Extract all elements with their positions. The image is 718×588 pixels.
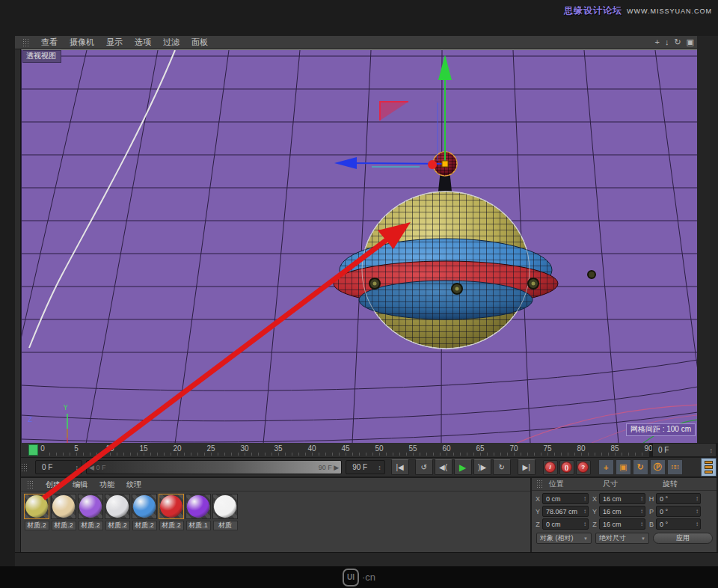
timeline-tick-label: 5 — [74, 444, 79, 453]
material-swatch[interactable]: 材质.1 — [185, 494, 211, 530]
timeline-tick-label: 55 — [408, 444, 417, 453]
spinner-icon[interactable]: ↕ — [710, 447, 714, 454]
menu-display[interactable]: 显示 — [106, 37, 123, 48]
key-parameter-toggle[interactable]: Ⓟ — [650, 459, 666, 475]
mat-menu-create[interactable]: 创建 — [46, 480, 61, 490]
rotation-p-field[interactable]: 0 °↕ — [656, 506, 701, 517]
material-swatch[interactable]: 材质.2 — [105, 494, 130, 530]
mat-menu-function[interactable]: 功能 — [99, 480, 114, 490]
window-bottom-strip — [15, 552, 718, 566]
menu-view[interactable]: 查看 — [41, 37, 58, 48]
timeline-tick-label: 25 — [206, 444, 215, 453]
svg-text:Z: Z — [28, 416, 32, 423]
key-rotation-toggle[interactable]: ↻ — [633, 459, 648, 475]
apply-button[interactable]: 应用 — [653, 533, 713, 544]
timeline-tick-label: 65 — [476, 444, 484, 453]
frame-field-right[interactable]: 0 F ↕ — [652, 443, 717, 457]
material-swatch[interactable]: 材质.2 — [24, 494, 49, 530]
zoom-view-icon[interactable]: ↓ — [665, 37, 669, 48]
key-scale-toggle[interactable]: ▣ — [616, 459, 631, 475]
pan-view-icon[interactable]: + — [654, 37, 659, 48]
goto-start-button[interactable]: |◀ — [391, 459, 409, 475]
position-z-field[interactable]: 0 cm↕ — [542, 518, 589, 530]
position-header: 位置 — [549, 479, 603, 489]
record-keyframe-button[interactable]: / — [543, 460, 558, 475]
timeline-tick-label: 45 — [341, 444, 349, 453]
play-button[interactable]: ▶ — [454, 459, 472, 475]
prev-key-button[interactable]: ◀( — [435, 459, 452, 475]
material-swatch[interactable]: 材质.2 — [51, 494, 76, 530]
menu-panel[interactable]: 面板 — [191, 37, 208, 48]
material-sphere-icon — [25, 495, 48, 518]
viewport-menu-bar: 查看 摄像机 显示 选项 过滤 面板 — [15, 36, 697, 49]
keyframe-selection-button[interactable] — [701, 458, 717, 477]
size-x-field[interactable]: 16 cm↕ — [599, 493, 645, 504]
material-sphere-icon — [214, 495, 236, 518]
top-watermark-bar: 思缘设计论坛 WWW.MISSYUAN.COM — [0, 0, 718, 22]
material-swatch[interactable]: 材质 — [212, 494, 238, 530]
toggle-view-icon[interactable]: ▣ — [687, 37, 694, 48]
viewport-canvas: Y Z — [22, 50, 697, 443]
spinner-icon[interactable]: ↕ — [75, 464, 79, 471]
key-point-level-toggle[interactable]: ∷∷ — [667, 459, 683, 475]
mat-menu-texture[interactable]: 纹理 — [126, 480, 141, 490]
material-swatch[interactable]: 材质.2 — [159, 494, 184, 530]
timeline-tick-label: 40 — [307, 444, 316, 453]
menu-camera[interactable]: 摄像机 — [70, 37, 94, 48]
watermark-site-url: WWW.MISSYUAN.COM — [627, 7, 712, 15]
animation-toolbar: 0 F ↕ ◀ 0 F 90 F ▶ 90 F ↕ |◀ ↺ ◀( ▶ )▶ ↻… — [21, 458, 717, 477]
timeline-tick-label: 15 — [139, 444, 147, 453]
timeline-tick-label: 90 — [644, 444, 652, 453]
material-sphere-icon — [160, 495, 182, 518]
panel-grip-icon[interactable] — [21, 463, 28, 472]
app-window: 思缘设计论坛 WWW.MISSYUAN.COM 查看 摄像机 显示 选项 过滤 … — [0, 0, 718, 588]
next-key-button[interactable]: )▶ — [473, 459, 491, 475]
menu-filter[interactable]: 过滤 — [163, 37, 180, 48]
position-y-field[interactable]: 78.067 cm↕ — [542, 506, 589, 517]
perspective-viewport[interactable]: 透视视图 网格间距 : 100 cm — [21, 49, 697, 443]
rotate-view-icon[interactable]: ↻ — [674, 37, 681, 48]
timeline-tick-label: 75 — [543, 444, 551, 453]
timeline-ruler[interactable]: 051015202530354045505560657075808590 — [21, 443, 649, 458]
preview-range-slider[interactable]: ◀ 0 F 90 F ▶ — [86, 460, 342, 474]
rotation-h-field[interactable]: 0 °↕ — [656, 493, 701, 504]
key-position-toggle[interactable]: + — [598, 459, 614, 475]
size-mode-dropdown[interactable]: 绝对尺寸▼ — [595, 533, 649, 544]
current-frame-field[interactable]: 0 F ↕ — [35, 460, 82, 474]
current-frame-marker[interactable] — [28, 444, 38, 456]
panel-grip-icon[interactable] — [27, 480, 34, 489]
play-backwards-button[interactable]: ↺ — [415, 459, 433, 475]
goto-end-button[interactable]: ▶| — [518, 459, 536, 475]
rotation-b-field[interactable]: 0 °↕ — [656, 518, 701, 530]
mat-menu-edit[interactable]: 编辑 — [73, 480, 88, 490]
coord-mode-dropdown[interactable]: 对象 (相对)▼ — [536, 533, 592, 544]
spline-curve — [29, 50, 175, 348]
timeline-tick-label: 10 — [105, 444, 114, 453]
size-header: 尺寸 — [603, 479, 663, 489]
position-x-field[interactable]: 0 cm↕ — [542, 493, 589, 504]
spinner-icon[interactable]: ↕ — [378, 464, 381, 471]
coordinates-panel: 位置 尺寸 旋转 X0 cm↕ Y78.067 cm↕ Z0 cm↕ X16 c… — [532, 478, 717, 552]
play-forwards-button[interactable]: ↻ — [493, 459, 511, 475]
material-swatch[interactable]: 材质.2 — [132, 494, 157, 530]
keying-help-button[interactable]: ? — [576, 460, 591, 475]
panel-grip-icon[interactable] — [22, 38, 29, 47]
viewport-label[interactable]: 透视视图 — [22, 50, 61, 63]
material-sphere-icon — [187, 495, 209, 518]
size-z-field[interactable]: 16 cm↕ — [599, 518, 645, 530]
timeline-tick-label: 0 — [40, 444, 45, 453]
material-swatch[interactable]: 材质.2 — [78, 494, 103, 530]
end-frame-field[interactable]: 90 F ↕ — [346, 460, 384, 474]
chevron-down-icon: ▼ — [641, 536, 645, 541]
menu-options[interactable]: 选项 — [135, 37, 151, 48]
size-y-field[interactable]: 16 cm↕ — [599, 506, 645, 517]
timeline-tick-label: 50 — [375, 444, 383, 453]
timeline-tick-label: 20 — [173, 444, 181, 453]
slider-left-handle-icon: ◀ — [89, 464, 94, 471]
panel-grip-icon[interactable] — [536, 480, 543, 489]
rotation-header: 旋转 — [663, 479, 708, 489]
ui-cn-logo: UI — [343, 569, 359, 587]
svg-text:Y: Y — [63, 404, 68, 411]
timeline-tick-label: 35 — [274, 444, 282, 453]
autokey-button[interactable]: () — [559, 460, 574, 475]
